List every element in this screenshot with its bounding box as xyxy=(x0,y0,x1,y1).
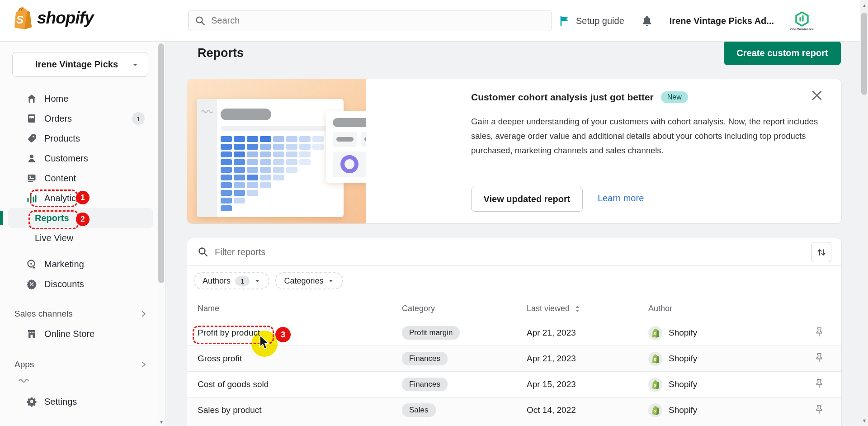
orders-icon xyxy=(26,113,37,124)
sidebar-item-online-store[interactable]: Online Store xyxy=(8,324,153,344)
shopify-avatar-icon: S xyxy=(648,378,662,392)
illustration-report-card xyxy=(326,111,366,183)
report-row-profit-by-product[interactable]: Profit by productProfit marginApr 21, 20… xyxy=(187,320,841,346)
create-custom-report-button[interactable]: Create custom report xyxy=(724,41,841,65)
header-name[interactable]: Name xyxy=(187,304,402,313)
report-row-cost-of-goods-sold[interactable]: Cost of goods soldFinancesApr 15, 2023SS… xyxy=(187,372,841,398)
last-viewed-date: Oct 14, 2022 xyxy=(527,405,648,415)
banner-body-text: Gain a deeper understanding of your cust… xyxy=(471,114,821,158)
scroll-down-icon[interactable]: ▼ xyxy=(860,418,868,423)
filter-chip-authors[interactable]: Authors1 xyxy=(193,272,269,289)
pin-icon[interactable] xyxy=(814,352,824,363)
view-updated-report-button[interactable]: View updated report xyxy=(471,187,583,212)
discounts-icon xyxy=(26,279,37,289)
customers-icon xyxy=(26,153,37,164)
report-row-gross-profit[interactable]: Gross profitFinancesApr 21, 2023SShopify xyxy=(187,346,841,372)
global-search-input[interactable]: Search xyxy=(188,10,552,31)
store-icon xyxy=(26,328,37,339)
orders-count-badge: 1 xyxy=(132,112,145,125)
page-scrollbar[interactable]: ▲ ▼ xyxy=(860,0,868,426)
report-name-link[interactable]: Sales by product xyxy=(187,405,402,415)
banner-close-button[interactable] xyxy=(809,87,825,104)
sidebar-item-analytics[interactable]: Analytics xyxy=(8,188,153,208)
sidebar: Irene Vintage Picks HomeOrders1ProductsC… xyxy=(0,42,165,426)
report-row-sales-by-product[interactable]: Sales by productSalesOct 14, 2022SShopif… xyxy=(187,398,841,423)
sidebar-item-customers[interactable]: Customers xyxy=(8,148,153,168)
onecommerce-icon xyxy=(794,11,810,27)
next-row-partial xyxy=(187,423,841,426)
svg-text:S: S xyxy=(653,357,656,362)
notification-bell-icon[interactable] xyxy=(641,14,653,27)
report-name-link[interactable]: Cost of goods sold xyxy=(187,379,402,389)
category-badge: Finances xyxy=(402,352,448,365)
cohort-heatmap xyxy=(221,136,324,213)
svg-text:S: S xyxy=(653,408,656,413)
setup-guide-label: Setup guide xyxy=(576,16,624,26)
author-name: Shopify xyxy=(669,354,697,364)
sidebar-item-home[interactable]: Home xyxy=(8,89,153,109)
topbar: S shopify Search Setup guide Irene Vinta… xyxy=(0,0,868,42)
header-last-viewed[interactable]: Last viewed xyxy=(527,304,648,313)
shopify-avatar-icon: S xyxy=(648,403,662,417)
squiggle-icon xyxy=(18,378,32,383)
chevron-right-icon xyxy=(140,310,147,317)
pin-icon[interactable] xyxy=(814,327,824,337)
pin-icon[interactable] xyxy=(814,404,824,415)
flag-icon xyxy=(559,15,571,27)
marketing-icon xyxy=(26,259,37,270)
sidebar-item-orders[interactable]: Orders1 xyxy=(8,109,153,128)
sidebar-scrollbar[interactable] xyxy=(158,42,165,426)
new-badge: New xyxy=(661,91,688,103)
author-name: Shopify xyxy=(669,405,697,415)
category-badge: Profit margin xyxy=(402,326,460,340)
illustration-cohort-card xyxy=(197,99,344,217)
app-item-partial xyxy=(0,374,159,386)
report-name-link[interactable]: Profit by product xyxy=(187,328,402,338)
onecommerce-logo[interactable]: OneCommerce xyxy=(790,11,814,31)
shopify-logo[interactable]: S shopify xyxy=(11,6,94,30)
shopify-avatar-icon: S xyxy=(648,352,662,366)
chip-count-badge: 1 xyxy=(235,276,250,286)
sidebar-scroll-down-icon[interactable]: ▼ xyxy=(159,420,164,425)
report-name-link[interactable]: Gross profit xyxy=(187,354,402,364)
sidebar-item-live-view[interactable]: Live View xyxy=(8,228,153,248)
account-store-name[interactable]: Irene Vintage Picks Ad... xyxy=(670,16,774,26)
header-author[interactable]: Author xyxy=(648,304,814,313)
svg-text:S: S xyxy=(653,383,656,388)
header-category[interactable]: Category xyxy=(402,304,527,313)
analytics-icon xyxy=(26,193,37,204)
shopify-avatar-icon: S xyxy=(648,326,662,340)
caret-down-icon xyxy=(328,278,334,284)
sidebar-item-content[interactable]: Content xyxy=(8,168,153,188)
filter-reports-input[interactable]: Filter reports xyxy=(187,238,841,266)
filter-placeholder: Filter reports xyxy=(215,247,265,257)
sort-button[interactable] xyxy=(811,242,831,262)
caret-down-icon xyxy=(254,278,260,284)
cohort-banner-card: Customer cohort analysis just got better… xyxy=(187,79,841,223)
sidebar-item-marketing[interactable]: Marketing xyxy=(8,254,153,274)
sidebar-scrollbar-thumb[interactable] xyxy=(158,43,164,283)
sidebar-item-discounts[interactable]: Discounts xyxy=(8,274,153,294)
sidebar-item-settings[interactable]: Settings xyxy=(8,392,153,412)
search-icon xyxy=(195,15,206,26)
pin-icon[interactable] xyxy=(814,378,824,389)
store-switcher[interactable]: Irene Vintage Picks xyxy=(12,52,148,77)
scroll-up-icon[interactable]: ▲ xyxy=(860,3,868,8)
onecommerce-label: OneCommerce xyxy=(790,28,814,31)
donut-chart-glyph xyxy=(340,155,359,173)
sidebar-item-products[interactable]: Products xyxy=(8,128,153,148)
page-scrollbar-thumb[interactable] xyxy=(861,13,867,95)
setup-guide-button[interactable]: Setup guide xyxy=(559,15,624,27)
sidebar-section-sales-channels[interactable]: Sales channels xyxy=(0,304,159,324)
last-viewed-date: Apr 15, 2023 xyxy=(527,379,648,389)
filter-chip-categories[interactable]: Categories xyxy=(275,272,343,289)
category-badge: Finances xyxy=(402,378,448,391)
content-icon xyxy=(26,173,37,184)
sidebar-item-reports[interactable]: Reports xyxy=(8,208,153,228)
chevron-down-icon xyxy=(132,61,139,68)
category-badge: Sales xyxy=(402,403,436,417)
learn-more-link[interactable]: Learn more xyxy=(598,193,644,204)
search-icon xyxy=(198,246,208,257)
sidebar-section-apps[interactable]: Apps xyxy=(0,355,159,374)
squiggle-icon xyxy=(201,109,214,114)
